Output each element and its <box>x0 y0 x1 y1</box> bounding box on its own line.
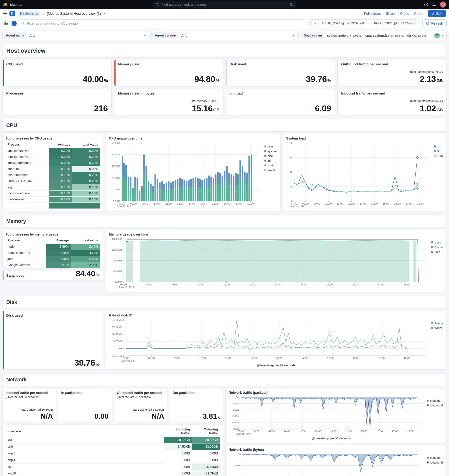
legend-item-inbound[interactable]: Inbound <box>427 456 443 459</box>
heat-value-cell: 0.10% <box>72 190 100 196</box>
chart-title: Memory usage over time <box>109 232 443 237</box>
legend-item-system[interactable]: system <box>264 150 277 153</box>
top-processes-memory-panel: Top processes by memory usage ProcessAve… <box>2 230 103 268</box>
kql-query-bar[interactable] <box>18 19 306 27</box>
help-icon[interactable]: ? <box>424 2 428 7</box>
legend-dot <box>434 155 436 157</box>
metric-number: 2.13 <box>420 74 436 84</box>
svg-text:June 10, 2024: June 10, 2024 <box>289 205 305 208</box>
notifications-bell-icon[interactable] <box>432 2 436 7</box>
control-data-stream[interactable]: Data stream system.network, system.cpu, … <box>300 31 447 40</box>
heat-value-cell: 0.20% <box>72 178 100 184</box>
metric-title: Disk used <box>230 62 331 66</box>
cpu-usage-chart-panel: CPU usage over time 0.00%10.00%20.00%30.… <box>106 134 281 211</box>
table-row: Slack Helper (R3.29%4.50% <box>6 250 100 256</box>
share-link[interactable]: Share <box>386 11 395 16</box>
metric-note: Total transferred 63.76GB <box>410 70 443 73</box>
legend-item-user[interactable]: user <box>264 145 277 148</box>
control-agent-version[interactable]: Agent version Any ▼ <box>151 31 298 40</box>
legend-item-free[interactable]: Free <box>431 250 443 254</box>
metric-value: 2.13GB <box>420 74 443 84</box>
svg-text:13:00: 13:00 <box>275 283 282 286</box>
svg-text:18:00: 18:00 <box>417 202 424 205</box>
legend-label: 15m <box>437 154 443 158</box>
column-header-interface[interactable]: Interface <box>6 426 164 437</box>
heat-value-cell: 30.56GB <box>164 437 192 443</box>
svg-text:10:00: 10:00 <box>154 202 160 205</box>
svg-text:07:00: 07:00 <box>237 430 244 433</box>
legend-item-outbound[interactable]: Outbound <box>427 461 443 464</box>
column-header-incoming-traffic[interactable]: Incoming Traffic <box>164 426 192 437</box>
elastic-logo[interactable] <box>3 2 8 7</box>
legend-label: softirq <box>267 164 275 167</box>
breadcrumb-check-icon[interactable]: ✓ <box>103 12 106 15</box>
column-header-last-value[interactable]: Last value <box>70 238 100 244</box>
metric-unit: k <box>218 415 220 419</box>
filter-options-icon[interactable] <box>2 20 10 27</box>
svg-text:09:00: 09:00 <box>142 202 149 205</box>
selection-count-badge: 7 <box>434 34 440 38</box>
legend-item-used[interactable]: Used <box>431 241 443 244</box>
svg-text:20.00%: 20.00% <box>111 176 120 179</box>
metric-title: Inbound traffic per second <box>341 91 443 96</box>
breadcrumb-dashboards[interactable]: Dashboards <box>17 11 41 16</box>
table-row: lo030.56GB30.56GB <box>6 437 220 443</box>
metric-number: 3.81 <box>203 412 217 420</box>
legend-dot <box>434 150 436 152</box>
interfaces-table: InterfaceIncoming TrafficOutgoing Traffi… <box>6 426 220 476</box>
legend-label: system <box>267 150 276 153</box>
legend-item-softirq[interactable]: softirq <box>264 164 277 167</box>
add-filter-icon[interactable]: + <box>12 21 17 26</box>
legend-item-15m[interactable]: 15m <box>434 154 443 158</box>
heat-value-cell: 0.00% <box>72 166 100 172</box>
edit-button[interactable]: Edit <box>428 10 446 17</box>
column-header-average[interactable]: Average <box>46 238 70 244</box>
kql-query-input[interactable] <box>26 21 304 26</box>
column-header-process[interactable]: Process <box>6 142 49 148</box>
control-agent-name[interactable]: Agent name Any ▼ <box>2 31 149 40</box>
metric-number: 15.16 <box>192 104 213 113</box>
user-avatar[interactable]: TA <box>440 1 446 8</box>
legend-dot <box>264 159 266 162</box>
legend-item-inbound[interactable]: Inbound <box>427 399 443 402</box>
svg-text:10:00: 10:00 <box>325 202 332 205</box>
reset-link[interactable]: Reset <box>414 11 423 16</box>
clone-link[interactable]: Clone <box>400 11 409 16</box>
column-header-average[interactable]: Average <box>49 142 72 148</box>
date-range-end[interactable]: Jun 10, 2024 @ 18:47:54.738 <box>371 21 420 25</box>
refresh-button[interactable]: Refresh <box>422 19 447 27</box>
date-range-start[interactable]: Jun 10, 2024 @ 07:13:32.240 <box>319 21 368 25</box>
legend-item-outbound[interactable]: Outbound <box>427 404 443 407</box>
calendar-icon[interactable]: ▾ <box>308 20 319 27</box>
pencil-icon <box>432 12 435 15</box>
heat-value-cell: 0.15% <box>49 172 72 178</box>
global-search-input[interactable] <box>161 2 288 7</box>
legend-item-cache[interactable]: Cache <box>431 246 443 249</box>
svg-text:0/s: 0/s <box>237 453 241 456</box>
svg-text:11:00: 11:00 <box>299 430 306 433</box>
chart-title: Rate of disk IO <box>109 313 443 317</box>
column-header-outgoing-traffic[interactable]: Outgoing Traffic <box>192 426 220 437</box>
full-screen-link[interactable]: Full screen <box>364 11 381 16</box>
global-search[interactable]: ⌘/ <box>153 1 296 8</box>
column-header-process[interactable]: Process <box>6 238 46 244</box>
column-header-last-value[interactable]: Last value <box>72 142 100 148</box>
svg-text:-400/s: -400/s <box>232 421 239 424</box>
menu-hamburger-icon[interactable] <box>3 12 7 15</box>
legend-item-reads[interactable]: Reads <box>431 322 443 325</box>
panel-title: Top processes by CPU usage <box>6 136 100 141</box>
page-title: Host overview <box>6 47 443 54</box>
legend-item-5m[interactable]: 5m <box>434 150 443 153</box>
legend-item-1m[interactable]: 1m <box>434 145 443 148</box>
legend-item-writes[interactable]: Writes <box>431 326 443 329</box>
legend-item-irq[interactable]: irq <box>264 159 277 162</box>
legend-item-iowait[interactable]: iowait <box>264 168 277 172</box>
control-label: Data stream <box>301 32 324 39</box>
process-name-cell: Google Chrome <box>6 262 46 268</box>
heat-value-cell: 30.56GB <box>192 437 220 443</box>
legend-item-nice[interactable]: nice <box>264 154 277 158</box>
svg-text:@timestamp per 30 seconds: @timestamp per 30 seconds <box>312 437 351 440</box>
legend-label: Inbound <box>430 399 440 402</box>
dashboard-app-badge[interactable]: D <box>9 11 15 16</box>
heat-value-cell: 0.20% <box>72 172 100 178</box>
